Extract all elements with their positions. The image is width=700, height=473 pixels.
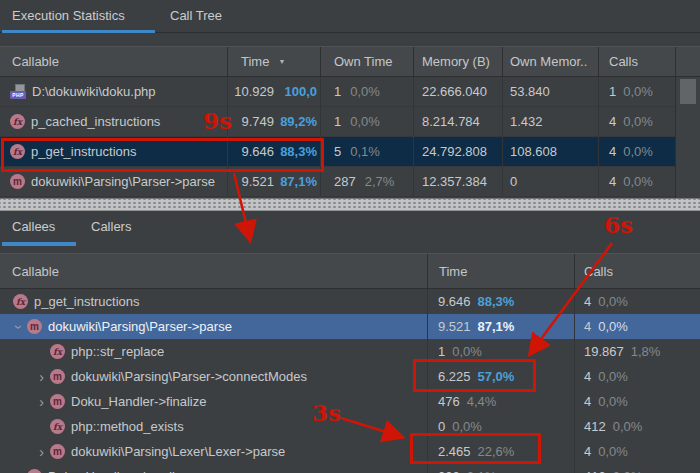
bottom-tab-bar: Callees Callers: [0, 211, 700, 252]
chevron-right-icon[interactable]: ›: [10, 470, 27, 473]
vertical-scrollbar[interactable]: [675, 77, 700, 198]
sort-desc-icon: ▼: [278, 58, 285, 65]
chevron-right-icon[interactable]: ›: [33, 395, 50, 409]
tree-row-parser-parse[interactable]: › m dokuwiki\Parsing\Parser->parse 9.521…: [0, 314, 700, 339]
callable-label: p_get_instructions: [31, 144, 137, 159]
table-row-parser-parse[interactable]: m dokuwiki\Parsing\Parser->parse 9.52187…: [0, 167, 675, 197]
chevron-down-icon[interactable]: ›: [12, 318, 26, 335]
callable-label: p_cached_instructions: [31, 114, 160, 129]
table-header: Callable Time Calls: [0, 253, 700, 289]
tree-row-str-replace[interactable]: fx php::str_replace 10,0% 19.8671,8%: [0, 339, 700, 364]
method-icon: m: [50, 369, 65, 384]
column-header-calls[interactable]: Calls: [574, 254, 700, 288]
header-scrollbar-gap: [675, 47, 700, 76]
panel-splitter[interactable]: [0, 198, 700, 211]
function-icon: fx: [10, 144, 25, 159]
method-icon: m: [27, 319, 42, 334]
table-row-p-get-instructions[interactable]: fx p_get_instructions 9.64688,3% 50,1% 2…: [0, 137, 675, 167]
tree-row-partial[interactable]: › m Doku_Handler->handle 2332,1% 4120,0%: [0, 464, 700, 473]
top-tab-bar: Execution Statistics Call Tree: [0, 0, 700, 33]
column-header-time[interactable]: Time ▼: [227, 47, 320, 76]
tab-execution-statistics[interactable]: Execution Statistics: [12, 8, 125, 23]
function-icon: fx: [50, 344, 65, 359]
active-tab-underline: [2, 242, 76, 246]
chevron-right-icon[interactable]: ›: [33, 370, 50, 384]
function-icon: fx: [50, 419, 65, 434]
tab-callees[interactable]: Callees: [12, 219, 55, 234]
tab-call-tree[interactable]: Call Tree: [170, 8, 222, 23]
column-header-own-memory[interactable]: Own Memor..: [502, 47, 598, 76]
column-header-calls[interactable]: Calls: [598, 47, 675, 76]
tree-row-method-exists[interactable]: fx php::method_exists 00,0% 4120,0%: [0, 414, 700, 439]
function-icon: fx: [13, 294, 28, 309]
tree-row-finalize[interactable]: › m Doku_Handler->finalize 4764,4% 40,0%: [0, 389, 700, 414]
tree-row-lexer-parse[interactable]: › m dokuwiki\Parsing\Lexer\Lexer->parse …: [0, 439, 700, 464]
table-header: Callable Time ▼ Own Time Memory (B) Own …: [0, 46, 700, 77]
chevron-right-icon[interactable]: ›: [33, 445, 50, 459]
table-row-doku-php[interactable]: PHP D:\dokuwiki\doku.php 10.929100,0 10,…: [0, 77, 675, 107]
callees-table: Callable Time Calls fx p_get_instruction…: [0, 253, 700, 473]
method-icon: m: [27, 469, 42, 473]
tab-callers[interactable]: Callers: [91, 219, 131, 234]
method-icon: m: [10, 174, 25, 189]
column-header-time[interactable]: Time: [427, 254, 574, 288]
function-icon: fx: [10, 114, 25, 129]
method-icon: m: [50, 394, 65, 409]
column-header-callable[interactable]: Callable: [0, 254, 427, 288]
tree-row-connect-modes[interactable]: › m dokuwiki\Parsing\Parser->connectMode…: [0, 364, 700, 389]
callable-label: dokuwiki\Parsing\Parser->parse: [31, 174, 215, 189]
php-file-icon: PHP: [10, 84, 26, 100]
table-row-p-cached-instructions[interactable]: fx p_cached_instructions 9.74989,2% 10,0…: [0, 107, 675, 137]
execution-statistics-table: Callable Time ▼ Own Time Memory (B) Own …: [0, 46, 700, 197]
tree-row-p-get-instructions[interactable]: fx p_get_instructions 9.64688,3% 40,0%: [0, 289, 700, 314]
column-header-own-time[interactable]: Own Time: [320, 47, 413, 76]
method-icon: m: [50, 444, 65, 459]
active-tab-underline: [2, 30, 155, 34]
profiler-window: Execution Statistics Call Tree Callable …: [0, 0, 700, 473]
column-header-callable[interactable]: Callable: [0, 47, 227, 76]
column-header-memory[interactable]: Memory (B): [413, 47, 502, 76]
scrollbar-thumb[interactable]: [680, 79, 696, 104]
callable-label: D:\dokuwiki\doku.php: [32, 84, 156, 99]
